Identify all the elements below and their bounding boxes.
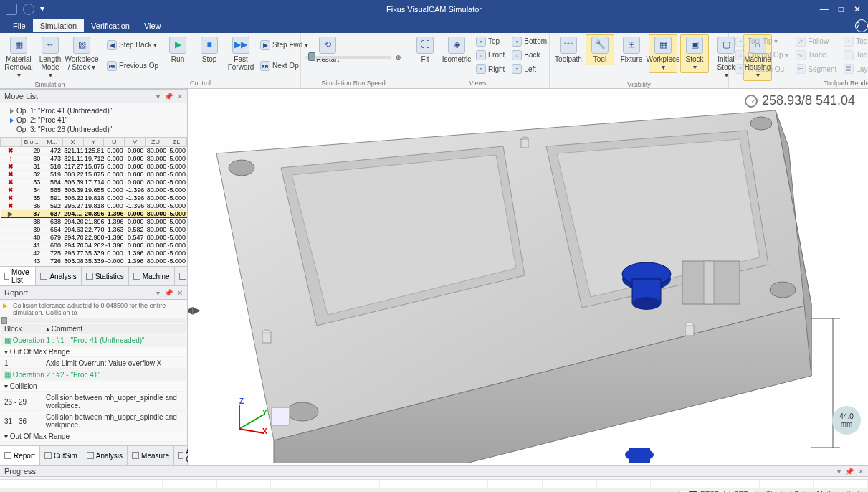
- movelist-close-icon[interactable]: ✕: [177, 93, 183, 100]
- qat-dropdown-icon[interactable]: ▾: [40, 4, 46, 15]
- move-row[interactable]: 43726303.08535.339-0.0001.39680.000-5.00…: [1, 257, 187, 265]
- workpiece-stock-button[interactable]: ▧Workpiece / Stock ▾: [67, 34, 96, 73]
- op-row[interactable]: Op. 3: "Proc 28 (Unthreaded)": [10, 125, 184, 134]
- moves-table-container[interactable]: Blo...M...XYUVZUZL ✖29472321.115125.8120…: [0, 137, 187, 266]
- tab-measure[interactable]: Measure: [128, 446, 174, 465]
- close-button[interactable]: ✕: [854, 4, 861, 14]
- vis-fixture-button[interactable]: ⊞Fixture: [617, 34, 646, 65]
- svg-rect-14: [521, 139, 528, 148]
- move-row[interactable]: 38638294.20121.896-1.3960.00080.000-5.00…: [1, 218, 187, 226]
- move-row[interactable]: ✖36592295.27819.8180.000-1.39680.000-5.0…: [1, 202, 187, 210]
- report-close-icon[interactable]: ✕: [177, 289, 183, 297]
- render-follow-button[interactable]: ↗Follow: [793, 36, 839, 47]
- report-op1[interactable]: ▦ Operation 1 : #1 - "Proc 41 (Unthreade…: [1, 336, 186, 346]
- op-row[interactable]: Op. 2: "Proc 41": [10, 115, 184, 125]
- sim-speed-slider[interactable]: ⊕: [305, 54, 401, 61]
- progress-panel: Progress ▾📌✕: [0, 465, 868, 479]
- help-icon[interactable]: ?: [855, 19, 868, 32]
- run-button[interactable]: ▶Run: [163, 34, 192, 65]
- render-thicken-button[interactable]: ≡Thicken Ou: [733, 63, 791, 75]
- render-tooltip-button[interactable]: •Tool Tip ▾: [733, 36, 791, 47]
- report-dropdown-icon[interactable]: ▾: [156, 289, 160, 297]
- move-row[interactable]: ▶37637294....20.896-1.3960.00080.000-5.0…: [1, 210, 187, 218]
- tab-move-list[interactable]: Move List: [0, 267, 36, 285]
- fast-forward-button[interactable]: ▶▶Fast Forward: [226, 34, 255, 73]
- movelist-dropdown-icon[interactable]: ▾: [156, 93, 160, 100]
- move-row[interactable]: 40679294.70122.900-1.3960.54780.000-5.00…: [1, 234, 187, 242]
- menu-file[interactable]: File: [6, 19, 33, 32]
- move-row[interactable]: 42725295.77835.3390.0001.39680.000-5.000: [1, 250, 187, 257]
- move-row[interactable]: ✖32519308.22815.8750.0000.00080.000-5.00…: [1, 171, 187, 179]
- material-removal-button[interactable]: ▦Material Removal ▾: [4, 34, 33, 81]
- move-row[interactable]: 39664294.63722.770-1.3630.58280.000-5.00…: [1, 226, 187, 234]
- previous-op-button[interactable]: ⏮Previous Op: [105, 60, 161, 72]
- qat-redo-icon[interactable]: [23, 4, 34, 15]
- ribbon: ▦Material Removal ▾ ↔Length Mode ▾ ▧Work…: [0, 33, 868, 89]
- view-top-button[interactable]: ▫Top: [474, 36, 507, 47]
- movelist-pin-icon[interactable]: 📌: [164, 93, 173, 100]
- view-back-button[interactable]: ▫Back: [510, 49, 549, 61]
- report-body[interactable]: Block▴ Comment ▦ Operation 1 : #1 - "Pro…: [0, 323, 187, 445]
- tab-analysis[interactable]: Analysis: [36, 267, 81, 285]
- menu-verification[interactable]: Verification: [84, 19, 137, 32]
- report-outmax2[interactable]: ▾ Out Of Max Range: [1, 432, 186, 442]
- tab-analysis[interactable]: Analysis: [82, 446, 128, 465]
- view-front-button[interactable]: ▫Front: [474, 49, 507, 61]
- report-outmax[interactable]: ▾ Out Of Max Range: [1, 347, 186, 357]
- clock-icon: [745, 95, 758, 108]
- progress-pin-icon[interactable]: 📌: [845, 468, 854, 476]
- vis-workpiece-button[interactable]: ▦Workpiece ▾: [649, 34, 677, 73]
- progress-dropdown-icon[interactable]: ▾: [837, 468, 841, 476]
- vis-toolpath-button[interactable]: 〰Toolpath: [554, 34, 583, 65]
- render-layerint-button[interactable]: ≣Layer Intense ▾: [841, 63, 868, 75]
- view-fit-button[interactable]: ⛶Fit: [411, 34, 439, 65]
- move-row[interactable]: ✖31518317.27815.8750.0000.00080.000-5.00…: [1, 163, 187, 171]
- group-views-label: Views: [411, 80, 545, 88]
- tab-cutsim[interactable]: CutSim: [40, 446, 82, 465]
- move-row[interactable]: ✖35591306.22819.8180.000-1.39680.000-5.0…: [1, 194, 187, 202]
- view-left-button[interactable]: ▫Left: [510, 63, 549, 75]
- render-trace-button[interactable]: ∿Trace: [793, 49, 839, 61]
- move-row[interactable]: !30473321.11519.7120.0000.00080.000-5.00…: [1, 155, 187, 163]
- view-iso-button[interactable]: ◈Isometric: [442, 34, 471, 65]
- render-currentop-button[interactable]: ○Current Op ▾: [733, 49, 791, 61]
- move-row[interactable]: 41680294.70134.262-1.3960.00080.000-5.00…: [1, 242, 187, 250]
- maximize-button[interactable]: □: [839, 4, 844, 14]
- length-mode-button[interactable]: ↔Length Mode ▾: [36, 34, 65, 81]
- panel-splitter-icon[interactable]: ◀▶: [188, 304, 201, 316]
- report-op2[interactable]: ▦ Operation 2 : #2 - "Proc 41": [1, 370, 186, 380]
- svg-rect-16: [685, 326, 694, 336]
- move-row[interactable]: ✖33564306.39217.7140.0000.00080.000-5.00…: [1, 179, 187, 186]
- svg-point-22: [632, 297, 661, 310]
- vis-stock-button[interactable]: ▣Stock ▾: [680, 34, 709, 73]
- progress-close-icon[interactable]: ✕: [858, 468, 864, 476]
- movelist-tabs: Move ListAnalysisStatisticsMachineSimula…: [0, 266, 187, 285]
- menu-view[interactable]: View: [137, 19, 168, 32]
- tab-machine[interactable]: Machine: [129, 267, 175, 285]
- render-tppoints-button[interactable]: ⋯Toolpath Points: [841, 49, 868, 61]
- tab-report[interactable]: Report: [0, 446, 40, 465]
- svg-line-29: [239, 415, 264, 429]
- report-collision[interactable]: ▾ Collision: [1, 382, 186, 392]
- tab-statistics[interactable]: Statistics: [82, 267, 129, 285]
- report-tabs: ReportCutSimAnalysisMeasureAxis Control: [0, 445, 187, 465]
- stop-button[interactable]: ■Stop: [195, 34, 224, 65]
- progress-timeline[interactable]: [0, 479, 868, 488]
- view-cube-icon[interactable]: [271, 407, 290, 426]
- render-segment-button[interactable]: ⊢Segment: [793, 63, 839, 75]
- group-control-label: Control: [105, 80, 296, 88]
- view-right-button[interactable]: ▫Right: [474, 63, 507, 75]
- move-row[interactable]: ✖29472321.115125.8120.0000.00080.000-5.0…: [1, 147, 187, 155]
- report-pin-icon[interactable]: 📌: [164, 289, 173, 297]
- vis-tool-button[interactable]: 🔧Tool: [586, 34, 614, 65]
- move-row[interactable]: ✖34565306.39219.6550.000-1.39680.000-5.0…: [1, 186, 187, 194]
- view-bottom-button[interactable]: ▫Bottom: [510, 36, 549, 47]
- axis-gizmo[interactable]: Z Y X: [231, 400, 267, 436]
- render-toolvec-button[interactable]: ↑Tool Vectors: [841, 36, 868, 47]
- op-row[interactable]: Op. 1: "Proc 41 (Unthreaded)": [10, 106, 184, 115]
- qat-undo-icon[interactable]: [6, 4, 17, 15]
- minimize-button[interactable]: —: [820, 4, 829, 14]
- step-back-button[interactable]: ◀Step Back ▾: [105, 39, 161, 51]
- viewport-3d[interactable]: 258.93/8 541.04 Z Y X 44.0mm ◀▶: [188, 89, 868, 465]
- menu-simulation[interactable]: Simulation: [33, 19, 84, 32]
